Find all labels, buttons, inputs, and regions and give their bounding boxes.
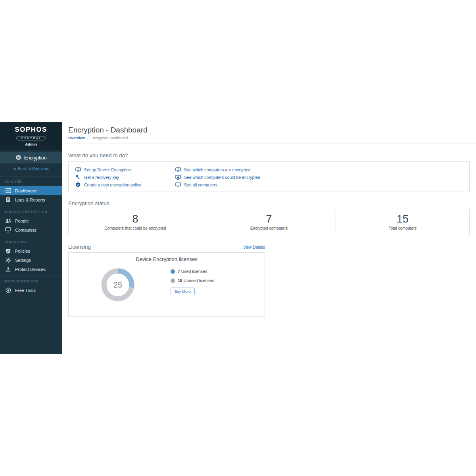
todo-link-label: Get a recovery key (84, 175, 119, 180)
view-details-link[interactable]: View Details (243, 245, 265, 250)
sidebar-section-more-products: MORE PRODUCTS Free Trials (0, 276, 62, 295)
legend-value: 7 (178, 269, 180, 274)
main-content: Encryption - Dashboard Overview / Encryp… (62, 122, 476, 317)
monitor-icon (175, 182, 181, 187)
monitor-user-icon (175, 167, 181, 172)
todo-link-label: See which computers are encrypted (184, 167, 251, 172)
chevron-left-icon: ◀ (13, 167, 15, 170)
legend-label: Unused licenses (184, 278, 214, 283)
todo-left-column: Set up Device Encryption Get a recovery … (75, 166, 141, 188)
sidebar-item-people[interactable]: People (0, 216, 62, 225)
breadcrumb: Overview / Encryption Dashboard (68, 136, 470, 144)
todo-card: Set up Device Encryption Get a recovery … (68, 161, 470, 192)
central-badge: CENTRAL (16, 136, 46, 140)
donut-total-label: 25 (101, 268, 134, 301)
sidebar-section-analyze: ANALYZE Dashboard Logs & Reports (0, 177, 62, 204)
context-encryption: Encryption (0, 152, 62, 163)
sidebar-item-label: Protect Devices (15, 267, 46, 272)
licensing-header: Licensing View Details (68, 244, 265, 250)
sidebar-section-manage-protection: MANAGE PROTECTION People Computers (0, 207, 62, 234)
sidebar-item-policies[interactable]: Policies (0, 246, 62, 255)
license-donut-chart: 25 (101, 268, 134, 301)
page-title: Encryption - Dashboard (68, 126, 470, 134)
license-legend: 7 Used licenses 18 Unused licenses Buy M… (171, 269, 214, 295)
sidebar-section-configure: CONFIGURE Policies Settings Protect Devi… (0, 237, 62, 274)
breadcrumb-overview-link[interactable]: Overview (68, 136, 85, 140)
link-see-encrypted-computers[interactable]: See which computers are encrypted (175, 166, 260, 173)
licensing-heading: Licensing (68, 244, 91, 250)
used-licenses-dot-icon (171, 269, 175, 274)
todo-link-label: See which computers could be encrypted (184, 175, 260, 180)
legend-label: Used licenses (181, 269, 207, 274)
todo-link-label: Create a new encryption policy (84, 182, 141, 187)
monitor-user-icon (75, 167, 81, 172)
stat-total-computers: 15 Total computers (336, 209, 469, 235)
sidebar-item-label: Dashboard (15, 188, 36, 193)
stat-encrypted-computers: 7 Encrypted computers (202, 209, 336, 235)
license-card: Device Encryption licenses 25 7 Used lic… (68, 252, 265, 317)
legend-used-licenses: 7 Used licenses (171, 269, 214, 274)
logs-report-icon (5, 197, 12, 202)
breadcrumb-current: Encryption Dashboard (90, 136, 128, 140)
link-see-could-be-encrypted[interactable]: See which computers could be encrypted (175, 173, 260, 181)
breadcrumb-separator: / (87, 136, 88, 140)
plus-circle-icon (5, 288, 12, 293)
section-label: CONFIGURE (0, 237, 62, 246)
sidebar-item-label: People (15, 219, 29, 223)
status-card: 8 Computers that could be encrypted 7 En… (68, 209, 470, 235)
computer-icon (5, 227, 12, 232)
todo-heading: What do you need to do? (68, 152, 470, 158)
link-create-encryption-policy[interactable]: Create a new encryption policy (75, 181, 141, 188)
header-divider (62, 144, 476, 144)
dashboard-icon (5, 188, 12, 193)
todo-link-label: Set up Device Encryption (84, 167, 131, 172)
buy-more-button[interactable]: Buy More (171, 288, 195, 295)
sidebar-item-label: Logs & Reports (15, 198, 45, 202)
sidebar: SOPHOS CENTRAL Admin Encryption ◀ Back t… (0, 122, 62, 354)
encryption-wheel-icon (15, 154, 21, 161)
legend-unused-licenses: 18 Unused licenses (171, 278, 214, 283)
section-label: MORE PRODUCTS (0, 276, 62, 286)
gear-icon (5, 257, 12, 263)
sophos-logo: SOPHOS CENTRAL Admin (0, 122, 62, 150)
section-label: ANALYZE (0, 177, 62, 186)
admin-label: Admin (0, 142, 62, 146)
download-icon (5, 267, 12, 272)
section-label: MANAGE PROTECTION (0, 207, 62, 216)
sidebar-item-label: Settings (15, 258, 31, 263)
link-see-all-computers[interactable]: See all computers (175, 181, 260, 188)
sidebar-item-settings[interactable]: Settings (0, 255, 62, 265)
key-icon (75, 175, 81, 180)
stat-could-be-encrypted: 8 Computers that could be encrypted (69, 209, 202, 235)
unused-licenses-dot-icon (171, 278, 175, 283)
sidebar-item-free-trials[interactable]: Free Trials (0, 286, 62, 295)
app-window: SOPHOS CENTRAL Admin Encryption ◀ Back t… (0, 122, 476, 354)
back-link-label: Back to Overview (18, 167, 49, 171)
license-card-title: Device Encryption licenses (69, 256, 265, 262)
legend-value: 18 (178, 278, 182, 283)
stat-value: 7 (266, 213, 272, 225)
stat-label: Encrypted computers (250, 226, 288, 230)
badge-check-icon (75, 182, 81, 187)
stat-value: 15 (397, 213, 409, 225)
todo-right-column: See which computers are encrypted See wh… (175, 166, 260, 188)
people-icon (5, 219, 12, 223)
back-to-overview-link[interactable]: ◀ Back to Overview (0, 163, 62, 174)
status-heading: Encryption status (68, 200, 470, 206)
shield-check-icon (5, 248, 12, 254)
todo-link-label: See all computers (184, 182, 217, 187)
link-setup-device-encryption[interactable]: Set up Device Encryption (75, 166, 141, 173)
stat-label: Computers that could be encrypted (104, 226, 166, 230)
sidebar-item-label: Computers (15, 228, 36, 232)
page-header: Encryption - Dashboard Overview / Encryp… (62, 122, 476, 144)
sidebar-item-computers[interactable]: Computers (0, 225, 62, 234)
link-get-recovery-key[interactable]: Get a recovery key (75, 173, 141, 181)
stat-value: 8 (132, 213, 138, 225)
sidebar-item-logs-reports[interactable]: Logs & Reports (0, 195, 62, 204)
monitor-user-icon (175, 175, 181, 180)
sidebar-item-label: Policies (15, 249, 30, 253)
sidebar-item-dashboard[interactable]: Dashboard (0, 186, 62, 195)
context-label: Encryption (24, 155, 47, 161)
sidebar-item-label: Free Trials (15, 288, 36, 293)
sidebar-item-protect-devices[interactable]: Protect Devices (0, 265, 62, 274)
